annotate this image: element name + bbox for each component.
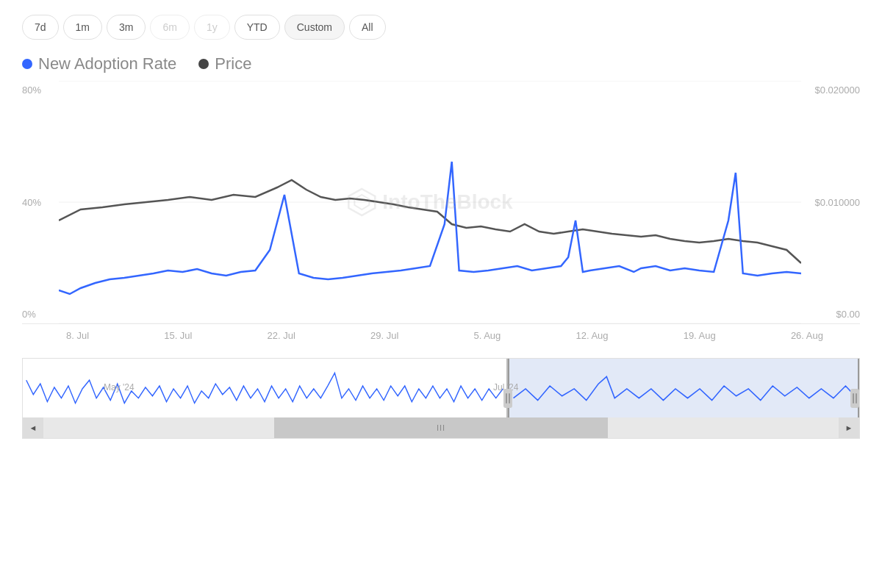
time-btn-ytd[interactable]: YTD bbox=[234, 15, 280, 40]
x-label-3: 29. Jul bbox=[370, 330, 398, 341]
x-label-1: 15. Jul bbox=[164, 330, 192, 341]
navigator-left-region bbox=[23, 359, 508, 417]
time-btn-all[interactable]: All bbox=[349, 15, 386, 40]
x-label-4: 5. Aug bbox=[473, 330, 501, 341]
handle-line bbox=[509, 393, 510, 404]
navigator-handle-right[interactable] bbox=[850, 389, 859, 408]
navigator-handle-left[interactable] bbox=[503, 389, 512, 408]
navigator-scrollbar[interactable]: ◄ III ► bbox=[23, 417, 859, 438]
main-chart-svg bbox=[59, 81, 801, 323]
y-label-price-top: $0.020000 bbox=[815, 85, 860, 96]
scroll-thumb[interactable]: III bbox=[274, 417, 608, 438]
main-chart-area: 80% 40% 0% $0.020000 $0.010000 $0.00 Int bbox=[22, 81, 860, 323]
y-axis-right: $0.020000 $0.010000 $0.00 bbox=[815, 81, 860, 323]
x-label-6: 19. Aug bbox=[684, 330, 716, 341]
handle-line bbox=[856, 393, 857, 404]
y-label-80: 80% bbox=[22, 85, 41, 96]
legend-dot-blue bbox=[22, 59, 32, 69]
x-axis: 8. Jul 15. Jul 22. Jul 29. Jul 5. Aug 12… bbox=[22, 323, 860, 347]
y-label-0: 0% bbox=[22, 309, 41, 320]
legend-label-price: Price bbox=[215, 54, 251, 74]
time-btn-1m[interactable]: 1m bbox=[63, 15, 102, 40]
legend-label-adoption: New Adoption Rate bbox=[38, 54, 176, 74]
time-btn-custom[interactable]: Custom bbox=[284, 15, 345, 40]
x-label-0: 8. Jul bbox=[66, 330, 89, 341]
legend-dot-dark bbox=[198, 59, 209, 69]
handle-line bbox=[853, 393, 854, 404]
legend-item-adoption: New Adoption Rate bbox=[22, 54, 176, 74]
handle-lines-right bbox=[853, 393, 857, 404]
navigator[interactable]: May '24 Jul '24 ◄ III ► bbox=[22, 358, 860, 439]
navigator-mini-svg bbox=[23, 359, 506, 417]
scroll-arrow-left[interactable]: ◄ bbox=[23, 417, 43, 438]
y-axis-left: 80% 40% 0% bbox=[22, 81, 41, 323]
y-label-price-bot: $0.00 bbox=[815, 309, 860, 320]
time-range-bar: 7d 1m 3m 6m 1y YTD Custom All bbox=[22, 15, 860, 40]
time-btn-1y: 1y bbox=[194, 15, 230, 40]
scroll-arrow-right[interactable]: ► bbox=[839, 417, 859, 438]
scroll-thumb-label: III bbox=[437, 423, 445, 432]
chart-legend: New Adoption Rate Price bbox=[22, 54, 860, 74]
x-label-5: 12. Aug bbox=[576, 330, 608, 341]
time-btn-3m[interactable]: 3m bbox=[107, 15, 146, 40]
x-label-7: 26. Aug bbox=[791, 330, 823, 341]
handle-lines-left bbox=[506, 393, 510, 404]
x-label-2: 22. Jul bbox=[268, 330, 295, 341]
navigator-selected-region[interactable] bbox=[508, 359, 859, 417]
y-label-40: 40% bbox=[22, 197, 41, 208]
handle-line bbox=[506, 393, 507, 404]
time-btn-7d[interactable]: 7d bbox=[22, 15, 59, 40]
main-chart-wrapper: 80% 40% 0% $0.020000 $0.010000 $0.00 Int bbox=[22, 81, 860, 347]
y-label-price-mid: $0.010000 bbox=[815, 197, 860, 208]
scroll-track[interactable]: III bbox=[43, 417, 839, 438]
chart-svg-container: IntoTheBlock bbox=[59, 81, 801, 323]
time-btn-6m: 6m bbox=[150, 15, 189, 40]
navigator-selected-svg bbox=[509, 359, 858, 417]
legend-item-price: Price bbox=[198, 54, 251, 74]
